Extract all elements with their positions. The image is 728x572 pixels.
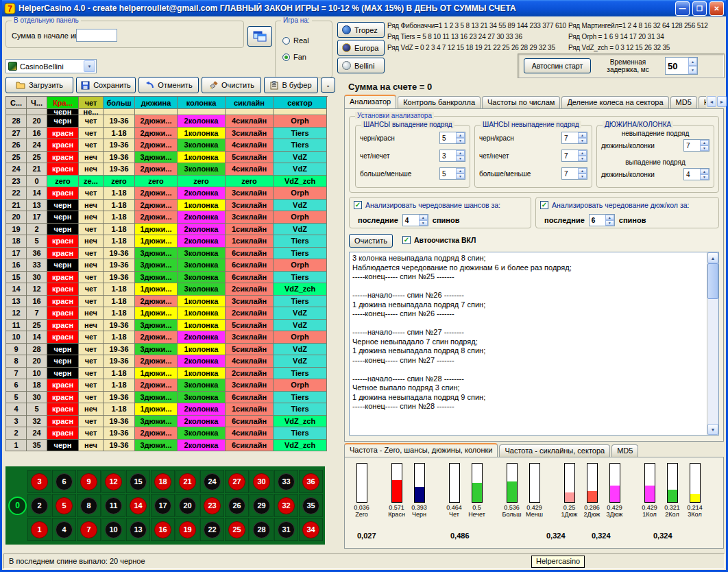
analyze-chances-checkbox[interactable]: ✓ Анализировать чередование шансов за: bbox=[354, 201, 500, 209]
dozens-miss-spinner[interactable]: 7▲▼ bbox=[683, 139, 709, 152]
spinner-up-button[interactable]: ▲ bbox=[419, 215, 428, 220]
roulette-cell[interactable]: 28 bbox=[250, 518, 274, 541]
spinner-up-button[interactable]: ▲ bbox=[605, 215, 614, 220]
load-button[interactable]: Загрузить bbox=[5, 77, 73, 93]
even-odd-spinner[interactable]: 7▲▼ bbox=[561, 150, 587, 162]
close-button[interactable]: ✕ bbox=[709, 1, 724, 16]
roulette-cell[interactable]: 33 bbox=[274, 470, 298, 493]
scroll-track[interactable] bbox=[707, 299, 718, 424]
spinner-down-button[interactable]: ▼ bbox=[578, 156, 587, 161]
roulette-cell[interactable]: 2 bbox=[27, 494, 51, 517]
delay-spinner[interactable]: 50▲▼ bbox=[665, 57, 698, 75]
autoclean-checkbox[interactable]: ✓ Автоочистка ВКЛ bbox=[402, 236, 476, 244]
last-spins-spinner[interactable]: 4▲▼ bbox=[402, 214, 428, 226]
table-row[interactable]: 332краснчет19-363дюжи...2колонка6сиклайн… bbox=[6, 416, 328, 428]
even-odd-spinner[interactable]: 3▲▼ bbox=[439, 150, 465, 162]
scroll-up-button[interactable]: ▲ bbox=[707, 252, 718, 263]
spinner-up-button[interactable]: ▲ bbox=[688, 58, 697, 66]
table-row[interactable]: 820чернчет19-362дюжи...2колонка4сиклайнV… bbox=[6, 355, 328, 368]
main-tab-1[interactable]: Анализатор bbox=[344, 95, 396, 108]
roulette-cell[interactable]: 18 bbox=[151, 470, 175, 493]
spinner-up-button[interactable]: ▲ bbox=[456, 168, 465, 174]
analyze-dozens-checkbox[interactable]: ✓ Анализировать чередование дюж/кол за: bbox=[540, 201, 689, 209]
table-row[interactable]: 1316краснчет1-182дюжи...1колонка3сиклайн… bbox=[6, 296, 328, 308]
log-scrollbar[interactable]: ▲ ▼ bbox=[707, 252, 718, 435]
spinner-down-button[interactable]: ▼ bbox=[456, 174, 465, 179]
table-row[interactable]: 135черннеч19-363дюжи...2колонка6сиклайнV… bbox=[6, 440, 328, 452]
last-spins-spinner[interactable]: 6▲▼ bbox=[589, 214, 615, 226]
table-row[interactable]: 2820чернчет19-362дюжи...2колонка4сиклайн… bbox=[6, 115, 328, 128]
main-tab-3[interactable]: Частоты по числам bbox=[482, 96, 560, 108]
spinner-up-button[interactable]: ▲ bbox=[456, 132, 465, 138]
spinner-down-button[interactable]: ▼ bbox=[700, 174, 709, 180]
table-row[interactable]: 1412краснчет1-181дюжи...3колонка2сиклайн… bbox=[6, 283, 328, 296]
start-sum-input[interactable] bbox=[76, 29, 117, 42]
chart-tab-1[interactable]: Частота - Zero, шансы, дюжины, колонки bbox=[344, 443, 498, 457]
table-row[interactable]: 2113черннеч1-182дюжи...1колонка3сиклайнV… bbox=[6, 200, 328, 212]
roulette-cell[interactable]: 14 bbox=[126, 494, 150, 517]
main-tab-4[interactable]: Деление колеса на сектора bbox=[561, 96, 668, 108]
roulette-cell[interactable]: 1 bbox=[27, 518, 51, 541]
roulette-cell[interactable]: 12 bbox=[101, 470, 125, 493]
roulette-cell[interactable]: 34 bbox=[299, 518, 323, 541]
tab-scroll-right-button[interactable]: ► bbox=[717, 96, 727, 107]
high-low-spinner[interactable]: 5▲▼ bbox=[439, 167, 465, 180]
clear-button[interactable]: Очистить bbox=[202, 77, 261, 93]
table-row[interactable]: 224краснчет19-362дюжи...3колонка4сиклайн… bbox=[6, 427, 328, 440]
roulette-cell[interactable]: 11 bbox=[101, 494, 125, 517]
roulette-cell[interactable]: 20 bbox=[175, 494, 199, 517]
roulette-cell[interactable]: 25 bbox=[225, 518, 249, 541]
roulette-cell[interactable]: 23 bbox=[200, 494, 224, 517]
main-tab-5[interactable]: MD5 bbox=[670, 96, 697, 108]
table-row[interactable]: 2716краснчет1-182дюжи...1колонка3сиклайн… bbox=[6, 128, 328, 140]
roulette-cell[interactable]: 35 bbox=[299, 494, 323, 517]
bellini-button[interactable]: Bellini bbox=[337, 58, 385, 73]
roulette-cell[interactable]: 6 bbox=[52, 470, 76, 493]
table-row[interactable]: 230zeroze...zerozerozerozeroVdZ_zch bbox=[6, 176, 328, 188]
black-red-spinner[interactable]: 5▲▼ bbox=[439, 132, 465, 144]
table-row[interactable]: 2214краснчет1-182дюжи...2колонка3сиклайн… bbox=[6, 187, 328, 200]
analyzer-log[interactable]: 3 колонка невыпадала подряд 8 спин;Наблю… bbox=[349, 252, 719, 436]
roulette-cell[interactable]: 27 bbox=[225, 470, 249, 493]
detach-panel-button[interactable] bbox=[247, 26, 272, 47]
table-row[interactable]: 127красннеч1-181дюжи...1колонка2сиклайнV… bbox=[6, 307, 328, 320]
radio-real[interactable]: Real bbox=[282, 36, 309, 45]
spinner-up-button[interactable]: ▲ bbox=[578, 168, 587, 174]
scroll-down-button[interactable]: ▼ bbox=[707, 424, 718, 435]
roulette-cell[interactable]: 29 bbox=[250, 494, 274, 517]
spinner-up-button[interactable]: ▲ bbox=[578, 132, 587, 138]
main-tab-6[interactable]: Ко bbox=[699, 96, 706, 108]
table-row[interactable]: 1736краснчет19-363дюжи...3колонка6сиклай… bbox=[6, 248, 328, 260]
table-row[interactable]: 192чернчет1-181дюжи...2колонка1сиклайнVd… bbox=[6, 224, 328, 236]
spinner-down-button[interactable]: ▼ bbox=[456, 156, 465, 161]
roulette-cell[interactable]: 19 bbox=[175, 518, 199, 541]
spinner-up-button[interactable]: ▲ bbox=[578, 150, 587, 156]
save-button[interactable]: Сохранить bbox=[76, 77, 136, 93]
undo-button[interactable]: Отменить bbox=[138, 77, 199, 93]
roulette-cell[interactable]: 36 bbox=[299, 470, 323, 493]
casino-select[interactable]: CasinoBellini ▼ bbox=[5, 59, 97, 73]
table-row[interactable]: 928чернчет19-363дюжи...1колонка5сиклайнV… bbox=[6, 344, 328, 356]
spinner-down-button[interactable]: ▼ bbox=[578, 138, 587, 143]
roulette-cell[interactable]: 30 bbox=[250, 470, 274, 493]
clear-log-button[interactable]: Очистить bbox=[349, 234, 393, 248]
roulette-cell[interactable]: 5 bbox=[52, 494, 76, 517]
table-row[interactable]: 2624краснчет19-362дюжи...3колонка4сиклай… bbox=[6, 139, 328, 152]
table-row[interactable]: 1014краснчет1-182дюжи...2колонка3сиклайн… bbox=[6, 331, 328, 344]
roulette-cell[interactable]: 13 bbox=[126, 518, 150, 541]
roulette-cell[interactable]: 32 bbox=[274, 494, 298, 517]
spinner-down-button[interactable]: ▼ bbox=[456, 138, 465, 143]
spinner-down-button[interactable]: ▼ bbox=[688, 66, 697, 74]
table-row[interactable]: 45красннеч1-181дюжи...2колонка1сиклайнTi… bbox=[6, 403, 328, 416]
roulette-cell[interactable]: 7 bbox=[77, 518, 101, 541]
roulette-cell[interactable]: 16 bbox=[151, 518, 175, 541]
spinner-up-button[interactable]: ▲ bbox=[456, 150, 465, 156]
roulette-cell[interactable]: 8 bbox=[77, 494, 101, 517]
spinner-down-button[interactable]: ▼ bbox=[578, 174, 587, 179]
scroll-thumb[interactable] bbox=[707, 263, 718, 299]
table-row[interactable]: 185красннеч1-181дюжи...2колонка1сиклайнT… bbox=[6, 235, 328, 248]
autospin-start-button[interactable]: Автоспин старт bbox=[524, 58, 591, 73]
high-low-spinner[interactable]: 7▲▼ bbox=[561, 167, 587, 180]
roulette-cell[interactable]: 24 bbox=[200, 470, 224, 493]
maximize-button[interactable]: ❐ bbox=[692, 1, 707, 16]
